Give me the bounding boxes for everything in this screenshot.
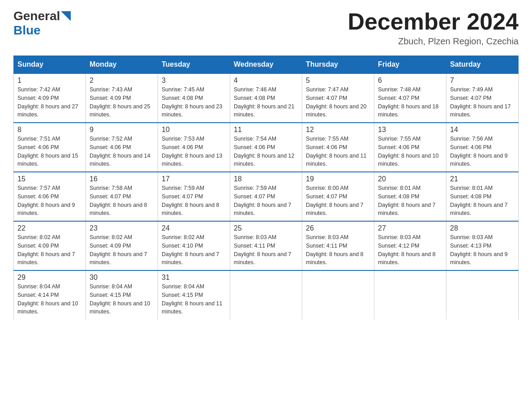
day-number: 26 <box>306 224 370 232</box>
day-number: 19 <box>306 175 370 183</box>
day-number: 1 <box>17 77 82 85</box>
calendar-cell: 4Sunrise: 7:46 AMSunset: 4:08 PMDaylight… <box>230 73 302 123</box>
day-info: Sunrise: 7:46 AMSunset: 4:08 PMDaylight:… <box>234 86 298 119</box>
calendar-week-row: 15Sunrise: 7:57 AMSunset: 4:06 PMDayligh… <box>14 172 519 221</box>
day-number: 8 <box>17 126 82 134</box>
day-info: Sunrise: 7:47 AMSunset: 4:07 PMDaylight:… <box>306 86 370 119</box>
day-info: Sunrise: 7:49 AMSunset: 4:07 PMDaylight:… <box>450 86 515 119</box>
day-number: 23 <box>90 224 154 232</box>
day-info: Sunrise: 8:03 AMSunset: 4:11 PMDaylight:… <box>234 233 298 267</box>
day-info: Sunrise: 8:00 AMSunset: 4:07 PMDaylight:… <box>306 184 370 218</box>
calendar-cell: 18Sunrise: 7:59 AMSunset: 4:07 PMDayligh… <box>230 172 302 221</box>
day-info: Sunrise: 7:56 AMSunset: 4:06 PMDaylight:… <box>450 135 515 168</box>
day-number: 9 <box>90 126 154 134</box>
calendar-header-wednesday: Wednesday <box>230 56 302 74</box>
calendar-header-thursday: Thursday <box>302 56 374 74</box>
calendar-cell: 12Sunrise: 7:55 AMSunset: 4:06 PMDayligh… <box>302 123 374 172</box>
calendar-cell: 13Sunrise: 7:55 AMSunset: 4:06 PMDayligh… <box>374 123 446 172</box>
calendar-cell <box>302 270 374 320</box>
day-info: Sunrise: 7:58 AMSunset: 4:07 PMDaylight:… <box>90 184 154 218</box>
calendar-cell: 29Sunrise: 8:04 AMSunset: 4:14 PMDayligh… <box>14 270 86 320</box>
calendar-cell: 23Sunrise: 8:02 AMSunset: 4:09 PMDayligh… <box>86 221 158 270</box>
day-info: Sunrise: 8:04 AMSunset: 4:15 PMDaylight:… <box>162 283 226 316</box>
calendar-cell: 7Sunrise: 7:49 AMSunset: 4:07 PMDaylight… <box>446 73 519 123</box>
calendar-week-row: 22Sunrise: 8:02 AMSunset: 4:09 PMDayligh… <box>14 221 519 270</box>
calendar-cell: 15Sunrise: 7:57 AMSunset: 4:06 PMDayligh… <box>14 172 86 221</box>
calendar-cell: 16Sunrise: 7:58 AMSunset: 4:07 PMDayligh… <box>86 172 158 221</box>
calendar-cell: 24Sunrise: 8:02 AMSunset: 4:10 PMDayligh… <box>158 221 230 270</box>
calendar-cell: 8Sunrise: 7:51 AMSunset: 4:06 PMDaylight… <box>14 123 86 172</box>
calendar-week-row: 29Sunrise: 8:04 AMSunset: 4:14 PMDayligh… <box>14 270 519 320</box>
day-info: Sunrise: 8:02 AMSunset: 4:09 PMDaylight:… <box>17 233 82 267</box>
day-number: 11 <box>234 126 298 134</box>
day-number: 28 <box>450 224 515 232</box>
day-number: 15 <box>17 175 82 183</box>
calendar-cell: 19Sunrise: 8:00 AMSunset: 4:07 PMDayligh… <box>302 172 374 221</box>
calendar-cell: 17Sunrise: 7:59 AMSunset: 4:07 PMDayligh… <box>158 172 230 221</box>
calendar-cell: 9Sunrise: 7:52 AMSunset: 4:06 PMDaylight… <box>86 123 158 172</box>
calendar-cell: 20Sunrise: 8:01 AMSunset: 4:08 PMDayligh… <box>374 172 446 221</box>
calendar-cell <box>374 270 446 320</box>
day-info: Sunrise: 8:01 AMSunset: 4:08 PMDaylight:… <box>378 184 442 218</box>
day-number: 17 <box>162 175 226 183</box>
day-info: Sunrise: 7:55 AMSunset: 4:06 PMDaylight:… <box>306 135 370 168</box>
calendar-week-row: 8Sunrise: 7:51 AMSunset: 4:06 PMDaylight… <box>14 123 519 172</box>
day-number: 16 <box>90 175 154 183</box>
calendar-cell: 31Sunrise: 8:04 AMSunset: 4:15 PMDayligh… <box>158 270 230 320</box>
calendar-table: SundayMondayTuesdayWednesdayThursdayFrid… <box>13 56 519 320</box>
page-header: General Blue December 2024 Zbuch, Plzen … <box>13 9 519 47</box>
day-number: 13 <box>378 126 442 134</box>
day-info: Sunrise: 8:04 AMSunset: 4:15 PMDaylight:… <box>90 283 154 316</box>
day-info: Sunrise: 7:52 AMSunset: 4:06 PMDaylight:… <box>90 135 154 168</box>
header-right: December 2024 Zbuch, Plzen Region, Czech… <box>348 9 519 47</box>
day-number: 6 <box>378 77 442 85</box>
day-info: Sunrise: 7:51 AMSunset: 4:06 PMDaylight:… <box>17 135 82 168</box>
day-number: 14 <box>450 126 515 134</box>
calendar-cell: 5Sunrise: 7:47 AMSunset: 4:07 PMDaylight… <box>302 73 374 123</box>
day-info: Sunrise: 8:03 AMSunset: 4:11 PMDaylight:… <box>306 233 370 267</box>
calendar-week-row: 1Sunrise: 7:42 AMSunset: 4:09 PMDaylight… <box>14 73 519 123</box>
calendar-cell: 22Sunrise: 8:02 AMSunset: 4:09 PMDayligh… <box>14 221 86 270</box>
calendar-header-sunday: Sunday <box>14 56 86 74</box>
day-number: 4 <box>234 77 298 85</box>
calendar-cell: 6Sunrise: 7:48 AMSunset: 4:07 PMDaylight… <box>374 73 446 123</box>
day-info: Sunrise: 8:04 AMSunset: 4:14 PMDaylight:… <box>17 283 82 316</box>
day-info: Sunrise: 7:53 AMSunset: 4:06 PMDaylight:… <box>162 135 226 168</box>
day-number: 25 <box>234 224 298 232</box>
day-info: Sunrise: 8:02 AMSunset: 4:10 PMDaylight:… <box>162 233 226 267</box>
calendar-cell: 26Sunrise: 8:03 AMSunset: 4:11 PMDayligh… <box>302 221 374 270</box>
calendar-cell: 28Sunrise: 8:03 AMSunset: 4:13 PMDayligh… <box>446 221 519 270</box>
day-info: Sunrise: 7:43 AMSunset: 4:09 PMDaylight:… <box>90 86 154 119</box>
calendar-header-saturday: Saturday <box>446 56 519 74</box>
day-info: Sunrise: 7:59 AMSunset: 4:07 PMDaylight:… <box>162 184 226 218</box>
day-number: 12 <box>306 126 370 134</box>
calendar-header-tuesday: Tuesday <box>158 56 230 74</box>
day-info: Sunrise: 7:48 AMSunset: 4:07 PMDaylight:… <box>378 86 442 119</box>
day-number: 22 <box>17 224 82 232</box>
day-number: 24 <box>162 224 226 232</box>
calendar-cell: 30Sunrise: 8:04 AMSunset: 4:15 PMDayligh… <box>86 270 158 320</box>
day-number: 18 <box>234 175 298 183</box>
day-number: 2 <box>90 77 154 85</box>
calendar-cell: 2Sunrise: 7:43 AMSunset: 4:09 PMDaylight… <box>86 73 158 123</box>
logo-general-text: General <box>13 9 60 23</box>
calendar-cell: 3Sunrise: 7:45 AMSunset: 4:08 PMDaylight… <box>158 73 230 123</box>
logo: General Blue <box>13 9 71 38</box>
day-info: Sunrise: 7:55 AMSunset: 4:06 PMDaylight:… <box>378 135 442 168</box>
day-number: 7 <box>450 77 515 85</box>
day-info: Sunrise: 8:03 AMSunset: 4:12 PMDaylight:… <box>378 233 442 267</box>
calendar-cell: 1Sunrise: 7:42 AMSunset: 4:09 PMDaylight… <box>14 73 86 123</box>
day-number: 3 <box>162 77 226 85</box>
day-number: 10 <box>162 126 226 134</box>
day-info: Sunrise: 7:42 AMSunset: 4:09 PMDaylight:… <box>17 86 82 119</box>
logo-blue-text: Blue <box>13 23 41 37</box>
calendar-cell: 27Sunrise: 8:03 AMSunset: 4:12 PMDayligh… <box>374 221 446 270</box>
calendar-cell: 21Sunrise: 8:01 AMSunset: 4:08 PMDayligh… <box>446 172 519 221</box>
day-info: Sunrise: 7:54 AMSunset: 4:06 PMDaylight:… <box>234 135 298 168</box>
calendar-cell: 25Sunrise: 8:03 AMSunset: 4:11 PMDayligh… <box>230 221 302 270</box>
location-text: Zbuch, Plzen Region, Czechia <box>348 36 519 47</box>
calendar-header-friday: Friday <box>374 56 446 74</box>
calendar-cell: 10Sunrise: 7:53 AMSunset: 4:06 PMDayligh… <box>158 123 230 172</box>
calendar-cell <box>230 270 302 320</box>
day-info: Sunrise: 8:01 AMSunset: 4:08 PMDaylight:… <box>450 184 515 218</box>
